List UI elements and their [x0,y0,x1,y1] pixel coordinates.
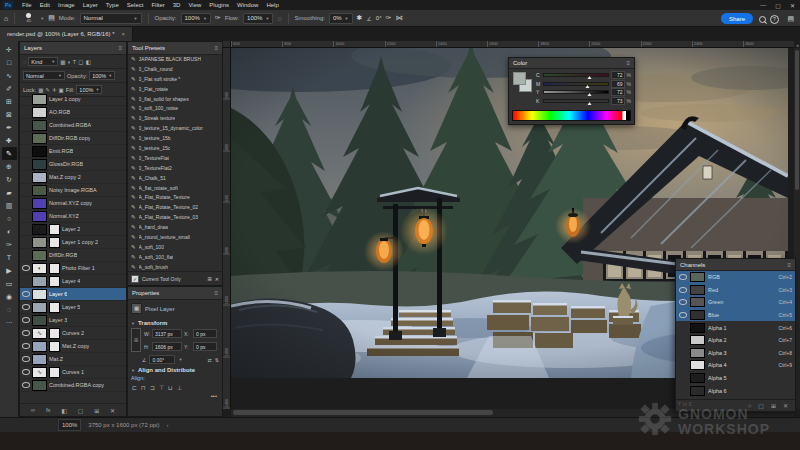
status-menu-arrow-icon[interactable]: › [166,422,168,428]
slider-thumb[interactable] [588,102,592,105]
reference-point-icon[interactable]: ⊞ [131,328,141,352]
smoothing-gear-icon[interactable]: ✱ [357,14,363,22]
panel-menu-icon[interactable]: ≡ [626,60,630,66]
y-input[interactable]: 0 px [193,342,217,351]
tool-button[interactable]: ✎ [2,147,17,160]
preset-row[interactable]: ✎ 0_Chalk_round [128,64,222,74]
layers-footer-icon[interactable]: ⊞ [94,407,99,414]
brush-preset-picker[interactable]: 45 [21,13,36,23]
slider-thumb[interactable] [587,93,591,96]
channel-row[interactable]: RGB Ctrl+2 [676,271,795,284]
tool-button[interactable]: ▥ [2,199,17,212]
filter-shape-icon[interactable]: ▢ [78,59,83,65]
preset-row[interactable]: ✎ A_soft_100 [128,242,222,252]
channel-value-input[interactable]: 72 [611,88,625,96]
search-icon[interactable] [759,16,766,23]
layers-footer-icon[interactable]: fx [46,407,51,413]
preset-row[interactable]: ✎ A_hard_draw [128,222,222,232]
blend-mode-select[interactable]: Normal ▼ [80,13,142,24]
workspace-switcher-icon[interactable]: ▤ [787,15,794,23]
preset-row[interactable]: ✎ 0_texture_15b [128,133,222,143]
preset-row[interactable]: ✎ 0_texture_15c [128,143,222,153]
preset-row[interactable]: ✎ 0_TextureFlat2 [128,163,222,173]
blend-mode-select[interactable]: Normal ▼ [23,71,65,80]
preset-row[interactable]: ✎ A_Flat_Rotate_Texture_02 [128,202,222,212]
channel-row[interactable]: Alpha 6 [676,384,795,397]
new-preset-icon[interactable]: ⊞ [208,276,212,282]
scrollbar-thumb[interactable] [233,410,493,415]
layer-row[interactable]: Combined.RGBA copy [20,379,126,392]
menu-item[interactable]: Filter [147,2,168,8]
close-icon[interactable]: ✕ [790,2,795,9]
visibility-eye-icon[interactable] [679,312,687,318]
home-icon[interactable]: ⌂ [4,15,8,22]
color-spectrum-ramp[interactable] [512,110,631,121]
preset-row[interactable]: ✎ 0_texture_15_dynamic_color [128,123,222,133]
layer-opacity-input[interactable]: 100% ▼ [89,71,115,80]
layers-footer-icon[interactable]: ▢ [78,407,84,414]
menu-item[interactable]: Plugins [205,2,233,8]
rotation-input[interactable]: 0.00° [149,355,175,364]
share-button[interactable]: Share [721,13,753,24]
lock-all-icon[interactable]: ▣ [59,87,64,93]
visibility-eye-icon[interactable] [679,274,687,280]
brush-panel-toggle-icon[interactable]: ▤ [48,14,55,22]
preset-row[interactable]: ✎ A_round_texture_small [128,232,222,242]
preset-row[interactable]: ✎ JAPANESE BLACK BRUSH [128,54,222,64]
collapse-dock-icon[interactable]: « [796,42,799,48]
tool-button[interactable]: ✛ [2,43,17,56]
airbrush-icon[interactable]: ◌ [277,15,281,22]
menu-item[interactable]: File [18,2,36,8]
layers-footer-icon[interactable]: ◧ [61,407,67,414]
menu-item[interactable]: Window [233,2,262,8]
tool-button[interactable]: ▰ [2,186,17,199]
channels-footer-icon[interactable]: ○ [748,403,752,409]
layer-row[interactable]: Combined.RGBA [20,119,126,132]
channel-row[interactable]: Red Ctrl+3 [676,284,795,297]
preset-row[interactable]: ✎ 0_Flat_rotate [128,84,222,94]
transform-section-header[interactable]: ▼ Transform [128,317,222,327]
color-slider-track[interactable] [543,99,609,103]
tool-button[interactable]: ◐ [2,225,17,238]
menu-item[interactable]: 3D [169,2,185,8]
layer-row[interactable]: Noisy Image.RGBA [20,184,126,197]
tool-button[interactable]: ⋯ [2,316,17,329]
width-input[interactable]: 3137 px [152,329,182,338]
filter-smartobject-icon[interactable]: ◧ [85,59,90,65]
lock-position-icon[interactable]: ✛ [52,87,57,93]
layer-row[interactable]: Layer 1 copy 2 [20,236,126,249]
align-center-h-icon[interactable]: ⊓ [141,384,146,391]
tool-button[interactable]: ✚ [2,134,17,147]
menu-item[interactable]: Type [102,2,123,8]
channel-row[interactable]: Alpha 3 Ctrl+8 [676,347,795,360]
pressure-opacity-icon[interactable]: ✑ [215,14,221,22]
preset-row[interactable]: ✎ 0_soft_100_noise [128,103,222,113]
layer-row[interactable]: Mat.Z [20,353,126,366]
tool-button[interactable]: ○ [2,212,17,225]
zoom-level-input[interactable]: 100% [58,419,81,431]
panel-menu-icon[interactable]: ≡ [214,45,218,51]
channels-footer-icon[interactable]: ▢ [758,402,764,409]
filter-kind-select[interactable]: Kind ▼ [28,57,58,66]
slider-thumb[interactable] [587,76,591,79]
visibility-eye-icon[interactable] [22,317,30,323]
visibility-eye-icon[interactable] [22,356,30,362]
layer-row[interactable]: Layer 2 [20,223,126,236]
align-section-header[interactable]: ▼ Align and Distribute [128,364,222,374]
preset-row[interactable]: ✎ A_Chalk_51 [128,173,222,183]
layer-row[interactable]: AO.RGB [20,106,126,119]
layer-row[interactable]: Layer 5 [20,301,126,314]
channel-row[interactable]: Alpha 4 Ctrl+9 [676,359,795,372]
flip-vertical-icon[interactable]: ⇅ [215,357,219,363]
color-slider-track[interactable] [543,73,609,77]
visibility-eye-icon[interactable] [679,287,687,293]
scrollbar-thumb[interactable] [795,50,799,190]
channel-row[interactable]: Alpha 2 Ctrl+7 [676,334,795,347]
tool-button[interactable]: ◌ [2,303,17,316]
more-options-icon[interactable]: ••• [128,393,222,399]
tool-button[interactable]: T [2,251,17,264]
height-input[interactable]: 1606 px [152,342,182,351]
preset-row[interactable]: ✎ 0_Flat soft stroke * [128,74,222,84]
preset-row[interactable]: ✎ 0_TextureFlat [128,153,222,163]
flip-horizontal-icon[interactable]: ⇄ [208,357,212,363]
